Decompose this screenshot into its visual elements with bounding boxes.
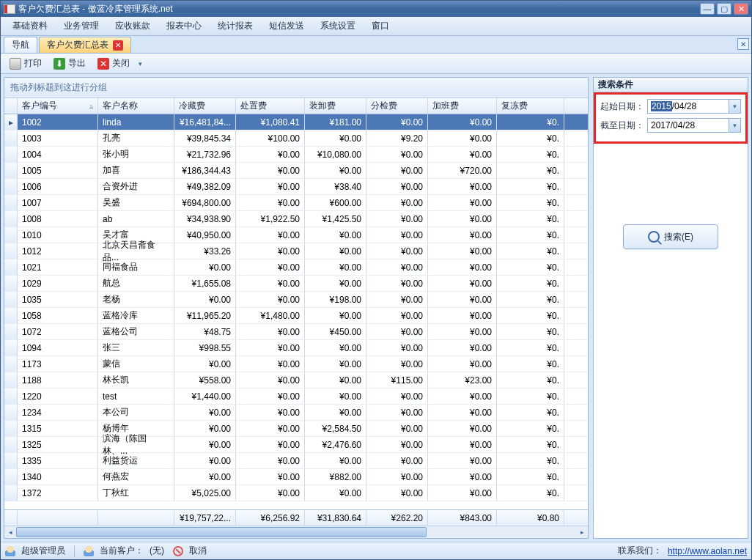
table-row[interactable]: ▸1002linda¥16,481,84...¥1,080.41¥181.00¥… xyxy=(4,114,588,130)
search-button[interactable]: 搜索(E) xyxy=(623,224,718,249)
close-tab-button[interactable]: ✕ 关闭 xyxy=(93,56,134,71)
cell: 1315 xyxy=(18,421,98,436)
cell: ¥0. xyxy=(497,130,564,146)
table-row[interactable]: 1325滨海（陈国林、...¥0.00¥0.00¥2,476.60¥0.00¥0… xyxy=(4,437,588,453)
cell: ¥0.00 xyxy=(428,130,497,146)
grid-body[interactable]: ▸1002linda¥16,481,84...¥1,080.41¥181.00¥… xyxy=(4,114,588,509)
cell: ¥23.00 xyxy=(428,372,497,388)
column-header[interactable]: 客户名称 xyxy=(98,98,174,114)
scroll-right-icon[interactable]: ▸ xyxy=(576,526,588,538)
table-row[interactable]: 1335利益货运¥0.00¥0.00¥0.00¥0.00¥0.00¥0. xyxy=(4,453,588,469)
tab-close-all-icon[interactable]: ✕ xyxy=(737,38,749,50)
table-row[interactable]: 1003孔亮¥39,845.34¥100.00¥0.00¥9.20¥0.00¥0… xyxy=(4,130,588,147)
cell: 利益货运 xyxy=(98,453,174,468)
table-row[interactable]: 1005加喜¥186,344.43¥0.00¥0.00¥0.00¥720.00¥… xyxy=(4,163,588,179)
cell: ¥49,382.09 xyxy=(174,179,236,194)
column-header[interactable]: 分检费 xyxy=(366,98,428,114)
menu-item[interactable]: 应收账款 xyxy=(108,17,158,35)
cell: ¥0.00 xyxy=(366,292,428,307)
footer-cell: ¥6,256.92 xyxy=(236,510,305,526)
table-row[interactable]: 1072蓝格公司¥48.75¥0.00¥450.00¥0.00¥0.00¥0. xyxy=(4,324,588,340)
table-row[interactable]: 1006合资外进¥49,382.09¥0.00¥38.40¥0.00¥0.00¥… xyxy=(4,179,588,195)
column-header[interactable]: 处置费 xyxy=(236,98,305,114)
cell: ¥0.00 xyxy=(236,388,305,404)
cancel-icon[interactable] xyxy=(173,546,183,556)
toolbar-overflow-icon[interactable]: ▾ xyxy=(139,60,142,67)
tab-close-icon[interactable]: ✕ xyxy=(113,40,123,51)
table-row[interactable]: 1340何燕宏¥0.00¥0.00¥882.00¥0.00¥0.00¥0. xyxy=(4,469,588,485)
window-close-button[interactable]: ✕ xyxy=(734,3,748,15)
start-date-input[interactable]: 2015/04/28 ▼ xyxy=(647,99,741,114)
column-header[interactable]: 加班费 xyxy=(428,98,497,114)
start-date-label: 起始日期： xyxy=(600,100,644,113)
cell: ¥10,080.00 xyxy=(305,147,366,162)
cell: ¥0.00 xyxy=(236,485,305,501)
cell: 蓝格冷库 xyxy=(98,308,174,323)
table-row[interactable]: 1007吴盛¥694,800.00¥0.00¥600.00¥0.00¥0.00¥… xyxy=(4,195,588,211)
cell: ¥0.00 xyxy=(174,405,236,420)
export-button[interactable]: ⬇ 导出 xyxy=(49,56,90,71)
cell: ¥0. xyxy=(497,243,564,259)
table-row[interactable]: 1234本公司¥0.00¥0.00¥0.00¥0.00¥0.00¥0. xyxy=(4,405,588,421)
table-row[interactable]: 1035老杨¥0.00¥0.00¥198.00¥0.00¥0.00¥0. xyxy=(4,292,588,308)
end-date-input[interactable]: ▼ xyxy=(647,118,741,133)
group-by-bar[interactable]: 拖动列标题到这进行分组 xyxy=(4,78,588,98)
cell: ¥0.00 xyxy=(366,195,428,210)
table-row[interactable]: 1029航总¥1,655.08¥0.00¥0.00¥0.00¥0.00¥0. xyxy=(4,276,588,292)
cell: ¥0. xyxy=(497,356,564,372)
start-date-year-selected: 2015 xyxy=(651,101,672,111)
contact-url-link[interactable]: http://www.aolan.net xyxy=(668,546,747,556)
cell: ¥0. xyxy=(497,405,564,420)
print-button[interactable]: 打印 xyxy=(5,56,46,71)
cell: ¥11,965.20 xyxy=(174,308,236,323)
menu-item[interactable]: 统计报表 xyxy=(210,17,260,35)
menu-item[interactable]: 基础资料 xyxy=(5,17,55,35)
menu-item[interactable]: 报表中心 xyxy=(159,17,209,35)
table-row[interactable]: 1188林长凯¥558.00¥0.00¥0.00¥115.00¥23.00¥0. xyxy=(4,372,588,388)
maximize-button[interactable]: ▢ xyxy=(717,3,731,15)
menu-item[interactable]: 短信发送 xyxy=(262,17,312,35)
dropdown-icon[interactable]: ▼ xyxy=(729,100,740,113)
current-user-label: 超级管理员 xyxy=(21,545,65,557)
dropdown-icon[interactable]: ▼ xyxy=(729,119,740,132)
row-indicator xyxy=(4,421,18,436)
table-row[interactable]: 1012北京天昌斋食品...¥33.26¥0.00¥0.00¥0.00¥0.00… xyxy=(4,243,588,259)
cell: ¥0. xyxy=(497,276,564,291)
cell: ¥0. xyxy=(497,163,564,178)
column-header[interactable]: 冷藏费 xyxy=(174,98,236,114)
horizontal-scrollbar[interactable]: ◂ ▸ xyxy=(4,526,588,538)
scroll-thumb[interactable] xyxy=(16,527,427,537)
cell: 张三 xyxy=(98,340,174,355)
cell: ¥600.00 xyxy=(305,195,366,210)
menu-item[interactable]: 业务管理 xyxy=(56,17,106,35)
table-row[interactable]: 1372丁秋红¥5,025.00¥0.00¥0.00¥0.00¥0.00¥0. xyxy=(4,485,588,501)
menu-item[interactable]: 窗口 xyxy=(364,17,397,35)
scroll-left-icon[interactable]: ◂ xyxy=(4,526,16,538)
cell: ¥0. xyxy=(497,324,564,339)
cell: ¥0.00 xyxy=(428,324,497,339)
table-row[interactable]: 1021同福食品¥0.00¥0.00¥0.00¥0.00¥0.00¥0. xyxy=(4,259,588,276)
cell: ¥0.00 xyxy=(428,195,497,210)
column-header[interactable]: 装卸费 xyxy=(305,98,366,114)
tab[interactable]: 导航 xyxy=(4,37,37,53)
cancel-label[interactable]: 取消 xyxy=(189,545,207,557)
column-header[interactable]: 复冻费 xyxy=(497,98,564,114)
table-row[interactable]: 1094张三¥998.55¥0.00¥0.00¥0.00¥0.00¥0. xyxy=(4,340,588,356)
table-row[interactable]: 1010吴才富¥40,950.00¥0.00¥0.00¥0.00¥0.00¥0. xyxy=(4,227,588,243)
statusbar: 超级管理员 当前客户： (无) 取消 联系我们： http://www.aola… xyxy=(1,542,751,559)
table-row[interactable]: 1058蓝格冷库¥11,965.20¥1,480.00¥0.00¥0.00¥0.… xyxy=(4,308,588,324)
end-date-field[interactable] xyxy=(648,120,740,130)
cell: ¥0.00 xyxy=(174,356,236,372)
column-header[interactable]: 客户编号 xyxy=(18,98,98,114)
table-row[interactable]: 1173蒙信¥0.00¥0.00¥0.00¥0.00¥0.00¥0. xyxy=(4,356,588,372)
tab[interactable]: 客户欠费汇总表✕ xyxy=(39,37,131,53)
table-row[interactable]: 1004张小明¥21,732.96¥0.00¥10,080.00¥0.00¥0.… xyxy=(4,147,588,163)
cell: ¥0.00 xyxy=(174,421,236,436)
cell: ¥0. xyxy=(497,227,564,243)
menu-item[interactable]: 系统设置 xyxy=(313,17,363,35)
minimize-button[interactable]: — xyxy=(700,3,715,15)
table-row[interactable]: 1008ab¥34,938.90¥1,922.50¥1,425.50¥0.00¥… xyxy=(4,211,588,227)
table-row[interactable]: 1315杨博年¥0.00¥0.00¥2,584.50¥0.00¥0.00¥0. xyxy=(4,421,588,437)
printer-icon xyxy=(10,58,21,70)
table-row[interactable]: 1220test¥1,440.00¥0.00¥0.00¥0.00¥0.00¥0. xyxy=(4,388,588,405)
